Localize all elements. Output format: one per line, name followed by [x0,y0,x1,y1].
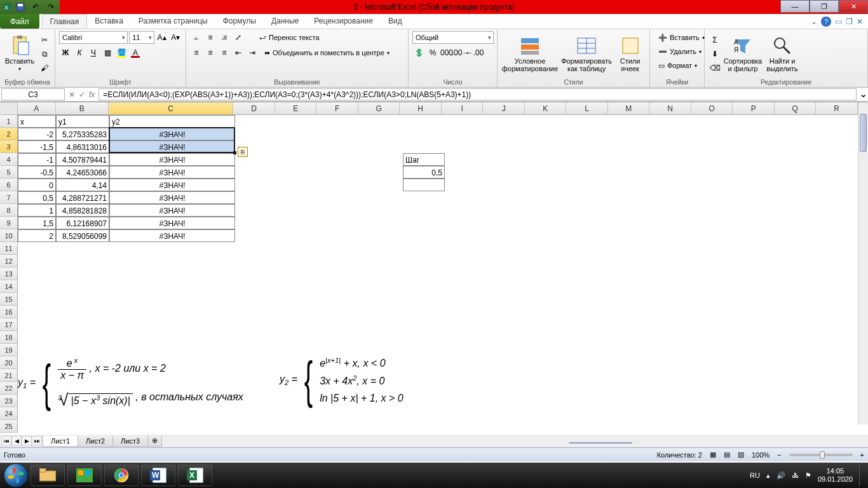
row-header-10[interactable]: 10 [0,229,18,242]
italic-button[interactable]: К [73,46,86,59]
zoom-level[interactable]: 100% [752,451,770,459]
col-header-D[interactable]: D [233,102,275,115]
decrease-decimal-icon[interactable]: ←.00 [468,46,481,59]
tab-insert[interactable]: Вставка [87,14,131,29]
close-button[interactable]: ✕ [839,0,868,13]
row-header-5[interactable]: 5 [0,166,18,179]
cell-H4[interactable]: Шаг [403,153,445,166]
cell-A10[interactable]: 2 [18,229,56,242]
col-header-Q[interactable]: Q [775,102,817,115]
taskbar-chrome-icon[interactable] [104,464,139,486]
row-header-14[interactable]: 14 [0,280,18,293]
font-family-combo[interactable]: Calibri [59,31,128,44]
col-header-A[interactable]: A [18,102,56,115]
column-headers[interactable]: ABCDEFGHIJKLMNOPQR [18,102,858,115]
align-middle-icon[interactable]: ≡ [204,31,217,44]
cell-H5[interactable]: 0,5 [403,166,445,179]
hscroll-thumb[interactable] [569,442,632,444]
row-header-25[interactable]: 25 [0,420,18,433]
cell-C2[interactable]: #ЗНАЧ! [109,128,235,140]
row-header-24[interactable]: 24 [0,407,18,420]
cell-A3[interactable]: -1,5 [18,140,56,153]
paste-button[interactable]: Вставить ▾ [4,31,36,76]
row-header-16[interactable]: 16 [0,306,18,318]
borders-icon[interactable]: ▦ [101,46,114,59]
view-break-icon[interactable]: ▧ [738,451,744,459]
fx-icon[interactable]: fx [89,90,95,99]
fill-icon[interactable]: ⬇ [709,48,721,60]
maximize-button[interactable]: ❐ [810,0,839,13]
align-center-icon[interactable]: ≡ [204,46,217,59]
align-right-icon[interactable]: ≡ [218,46,231,59]
align-left-icon[interactable]: ≡ [190,46,203,59]
cell-B2[interactable]: 5,275335283 [56,128,109,140]
cell-B10[interactable]: 8,529056099 [56,229,109,242]
tab-data[interactable]: Данные [264,14,306,29]
row-header-3[interactable]: 3 [0,140,18,153]
cell-A6[interactable]: 0 [18,179,56,191]
tab-formulas[interactable]: Формулы [215,14,264,29]
file-tab[interactable]: Файл [0,14,39,29]
cell-A4[interactable]: -1 [18,153,56,166]
decrease-font-icon[interactable]: A▾ [169,31,182,44]
zoom-out-icon[interactable]: − [777,451,781,459]
align-bottom-icon[interactable]: ⫡ [218,31,231,44]
cell-B3[interactable]: 4,86313016 [56,140,109,153]
col-header-F[interactable]: F [316,102,358,115]
row-header-13[interactable]: 13 [0,268,18,280]
col-header-O[interactable]: O [691,102,733,115]
col-header-K[interactable]: K [525,102,567,115]
window-minimize-icon[interactable]: ▭ [835,17,842,26]
decrease-indent-icon[interactable]: ⇤ [232,46,245,59]
row-header-15[interactable]: 15 [0,293,18,306]
col-header-M[interactable]: M [608,102,650,115]
col-header-R[interactable]: R [816,102,858,115]
cell-A5[interactable]: -0,5 [18,166,56,179]
col-header-N[interactable]: N [649,102,691,115]
zoom-slider[interactable] [789,454,853,456]
select-all-corner[interactable] [0,102,18,115]
tray-network-icon[interactable]: 🖧 [792,471,799,479]
col-header-E[interactable]: E [275,102,317,115]
row-header-20[interactable]: 20 [0,356,18,369]
row-headers[interactable]: 1234567891011121314151617181920212223242… [0,115,18,433]
col-header-J[interactable]: J [483,102,525,115]
row-header-11[interactable]: 11 [0,242,18,255]
tray-volume-icon[interactable]: 🔊 [776,471,785,480]
bold-button[interactable]: Ж [59,46,72,59]
format-cells-button[interactable]: ▭Формат▾ [654,59,700,72]
save-icon[interactable] [14,1,27,13]
cell-A1[interactable]: x [18,115,56,128]
sheet-next-icon[interactable]: ▶ [22,436,32,446]
taskbar-app2-icon[interactable] [67,464,102,486]
find-select-button[interactable]: Найти и выделить [764,31,800,76]
tray-up-icon[interactable]: ▴ [766,471,770,480]
autosum-icon[interactable]: Σ [709,34,721,46]
row-header-21[interactable]: 21 [0,369,18,382]
row-header-4[interactable]: 4 [0,153,18,166]
undo-icon[interactable]: ↶ [29,1,42,13]
cell-C1[interactable]: y2 [109,115,235,128]
align-top-icon[interactable]: ⫠ [190,31,203,44]
cell-C3[interactable]: #ЗНАЧ! [109,140,235,153]
tab-review[interactable]: Рецензирование [306,14,381,29]
col-header-C[interactable]: C [109,102,234,115]
cell-C9[interactable]: #ЗНАЧ! [109,217,235,229]
tray-flag-icon[interactable]: ⚑ [805,471,811,480]
tray-lang[interactable]: RU [750,471,760,479]
row-header-8[interactable]: 8 [0,204,18,217]
tray-clock[interactable]: 14:05 09.01.2020 [818,467,853,484]
row-header-9[interactable]: 9 [0,217,18,229]
conditional-formatting-button[interactable]: Условное форматирование [501,31,559,76]
increase-font-icon[interactable]: A▴ [156,31,168,44]
new-sheet-icon[interactable]: ⊕ [147,435,162,447]
row-header-18[interactable]: 18 [0,331,18,344]
col-header-L[interactable]: L [566,102,608,115]
sheet-last-icon[interactable]: ⏭ [32,436,42,446]
cell-C4[interactable]: #ЗНАЧ! [109,153,235,166]
percent-icon[interactable]: % [426,46,439,59]
vertical-scrollbar[interactable] [858,102,868,424]
cell-A8[interactable]: 1 [18,204,56,217]
cell-C5[interactable]: #ЗНАЧ! [109,166,235,179]
redo-icon[interactable]: ↷ [44,1,57,13]
